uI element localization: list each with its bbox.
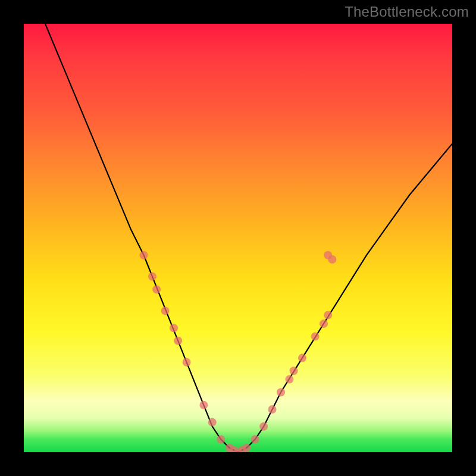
data-point: [328, 255, 336, 264]
data-point: [140, 251, 148, 259]
data-point: [320, 320, 328, 328]
data-point: [324, 311, 332, 320]
watermark-text: TheBottleneck.com: [345, 4, 469, 20]
data-point: [242, 444, 250, 452]
curve-line: [45, 24, 452, 452]
data-point: [285, 375, 293, 384]
data-point: [148, 273, 156, 281]
data-point: [298, 354, 306, 362]
data-point: [199, 401, 208, 409]
data-point: [183, 358, 191, 367]
data-point: [161, 306, 170, 315]
data-point: [290, 367, 298, 375]
chart-frame: TheBottleneck.com: [0, 0, 476, 476]
data-point: [170, 324, 178, 332]
data-point: [152, 285, 161, 293]
data-point: [251, 435, 259, 443]
data-point: [174, 337, 182, 345]
data-point: [217, 435, 225, 443]
data-point: [208, 418, 217, 427]
data-point: [311, 333, 320, 341]
data-point: [268, 405, 277, 414]
plot-area: [24, 24, 452, 452]
data-point: [277, 388, 285, 396]
data-point: [259, 422, 268, 431]
chart-svg: [24, 24, 452, 452]
